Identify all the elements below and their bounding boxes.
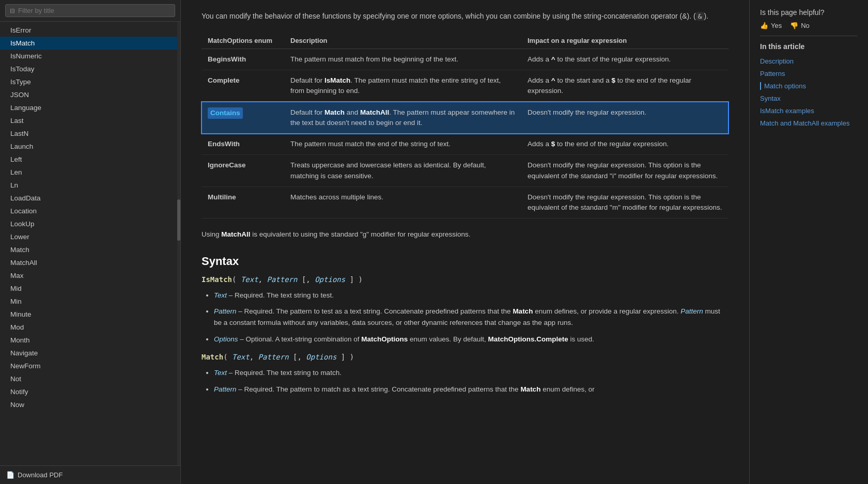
sidebar-item-notify[interactable]: Notify [0,385,180,398]
table-cell-enum: Multiline [202,186,284,218]
matchall-bold: MatchAll [221,230,250,238]
right-divider [760,36,858,36]
page-intro: You can modify the behavior of these fun… [202,10,729,22]
sidebar-item-ismatch[interactable]: IsMatch [0,37,180,50]
sidebar-item-istoday[interactable]: IsToday [0,63,180,75]
sidebar-item-isnumeric[interactable]: IsNumeric [0,50,180,63]
sidebar-item-not[interactable]: Not [0,372,180,385]
sidebar-item-min[interactable]: Min [0,295,180,308]
toc-link-syntax[interactable]: Syntax [760,95,781,102]
sidebar-item-last[interactable]: Last [0,114,180,127]
sidebar-scrollbar-track[interactable] [177,22,180,465]
filter-input[interactable] [18,7,171,14]
table-row: ContainsDefault for Match and MatchAll. … [202,102,729,134]
table-row: CompleteDefault for IsMatch. The pattern… [202,70,729,102]
toc-item: Match and MatchAll examples [760,119,858,127]
table-row: MultilineMatches across multiple lines.D… [202,186,729,218]
toc-link-match-options[interactable]: Match options [760,82,806,90]
main-content: You can modify the behavior of these fun… [181,0,749,484]
sidebar-item-navigate[interactable]: Navigate [0,347,180,360]
table-header: MatchOptions enum Description Impact on … [202,33,729,49]
toc-item: Syntax [760,94,858,102]
sidebar-item-newform[interactable]: NewForm [0,360,180,372]
toc-item: IsMatch examples [760,106,858,115]
sidebar-item-matchall[interactable]: MatchAll [0,256,180,269]
sidebar-item-mid[interactable]: Mid [0,282,180,295]
sidebar-item-launch[interactable]: Launch [0,140,180,153]
toc-link-patterns[interactable]: Patterns [760,70,785,77]
match-syntax: Match( Text, Pattern [, Options ] ) [202,353,729,361]
sidebar-item-minute[interactable]: Minute [0,308,180,321]
helpful-section: Is this page helpful? 👍 Yes 👎 No In this… [760,8,858,127]
ismatch-syntax: IsMatch( Text, Pattern [, Options ] ) [202,275,729,284]
sidebar-footer: 📄 Download PDF [0,465,180,484]
match-params: Text – Required. The text string to matc… [202,367,729,395]
sidebar-item-language[interactable]: Language [0,101,180,114]
sidebar-item-lower[interactable]: Lower [0,230,180,243]
toc-link-match-and-matchall-examples[interactable]: Match and MatchAll examples [760,119,849,127]
table-cell-desc: Default for IsMatch. The pattern must ma… [284,70,521,102]
helpful-buttons: 👍 Yes 👎 No [760,22,858,29]
toc-link-ismatch-examples[interactable]: IsMatch examples [760,107,814,115]
table-cell-enum: Complete [202,70,284,102]
table-cell-enum: EndsWith [202,134,284,155]
sidebar-item-match[interactable]: Match [0,243,180,256]
sidebar-item-istype[interactable]: IsType [0,75,180,88]
table-cell-impact: Doesn't modify the regular expression. T… [521,186,729,218]
param-text: Text – Required. The text string to test… [214,290,729,301]
sidebar-item-loaddata[interactable]: LoadData [0,192,180,205]
yes-label: Yes [771,22,782,29]
table-row: IgnoreCaseTreats uppercase and lowercase… [202,155,729,187]
param-pattern: Pattern – Required. The pattern to test … [214,306,729,328]
sidebar-item-lastn[interactable]: LastN [0,127,180,140]
thumbs-down-icon: 👎 [790,22,798,29]
syntax-heading: Syntax [202,255,729,268]
sidebar-item-max[interactable]: Max [0,269,180,282]
right-panel: Is this page helpful? 👍 Yes 👎 No In this… [749,0,868,484]
toc-link-description[interactable]: Description [760,57,794,65]
toc-list: DescriptionPatternsMatch optionsSyntaxIs… [760,57,858,127]
contains-name: Contains [208,107,243,119]
sidebar-item-json[interactable]: JSON [0,88,180,101]
sidebar-scroll-area: IsErrorIsMatchIsNumericIsTodayIsTypeJSON… [0,22,180,465]
table-header-row: MatchOptions enum Description Impact on … [202,33,729,49]
sidebar-item-now[interactable]: Now [0,398,180,411]
param-options: Options – Optional. A text-string combin… [214,334,729,345]
pdf-icon: 📄 [6,471,14,479]
download-pdf-button[interactable]: 📄 Download PDF [6,471,174,479]
sidebar-item-ln[interactable]: Ln [0,179,180,192]
matchall-note: Using MatchAll is equivalent to using th… [202,229,729,240]
sidebar-item-location[interactable]: Location [0,205,180,217]
sidebar-item-month[interactable]: Month [0,334,180,347]
no-button[interactable]: 👎 No [790,22,810,29]
yes-button[interactable]: 👍 Yes [760,22,782,29]
col-header-enum: MatchOptions enum [202,33,284,49]
sidebar-scrollbar-thumb[interactable] [177,199,180,241]
table-row: BeginsWithThe pattern must match from th… [202,49,729,70]
sidebar-item-mod[interactable]: Mod [0,321,180,334]
table-cell-impact: Doesn't modify the regular expression. T… [521,155,729,187]
table-row: EndsWithThe pattern must match the end o… [202,134,729,155]
table-cell-enum: IgnoreCase [202,155,284,187]
helpful-label: Is this page helpful? [760,8,858,17]
filter-input-wrap[interactable]: ⊟ [5,4,175,17]
table-cell-desc: The pattern must match the end of the st… [284,134,521,155]
sidebar-item-len[interactable]: Len [0,166,180,179]
filter-icon: ⊟ [10,7,15,14]
sidebar-list: IsErrorIsMatchIsNumericIsTodayIsTypeJSON… [0,22,180,465]
sidebar-item-left[interactable]: Left [0,153,180,166]
sidebar-item-lookup[interactable]: LookUp [0,217,180,230]
sidebar-filter-area: ⊟ [0,0,180,22]
download-pdf-label: Download PDF [18,471,63,479]
in-article-label: In this article [760,42,858,51]
match-param-pattern: Pattern – Required. The pattern to match… [214,384,729,395]
table-cell-desc: Matches across multiple lines. [284,186,521,218]
thumbs-up-icon: 👍 [760,22,768,29]
options-table: MatchOptions enum Description Impact on … [202,33,729,219]
table-cell-enum: Contains [202,102,284,134]
table-cell-impact: Adds a ^ to the start and a $ to the end… [521,70,729,102]
col-header-impact: Impact on a regular expression [521,33,729,49]
table-cell-desc: Default for Match and MatchAll. The patt… [284,102,521,134]
match-param-text: Text – Required. The text string to matc… [214,367,729,379]
sidebar-item-iserror[interactable]: IsError [0,24,180,37]
